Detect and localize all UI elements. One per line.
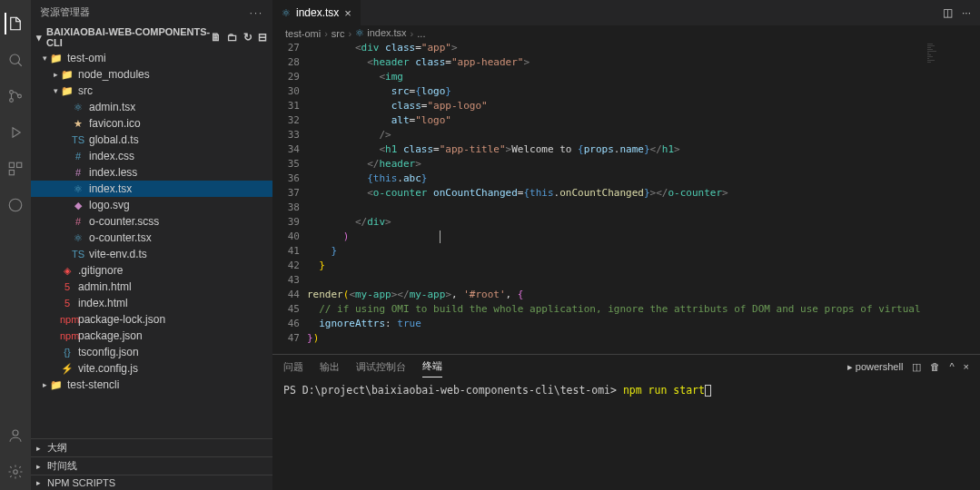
file-o-counter.scss[interactable]: #o-counter.scss <box>31 213 272 230</box>
settings-gear-icon[interactable] <box>5 461 26 483</box>
folder-src[interactable]: ▾📁src <box>31 83 272 99</box>
file-index.tsx[interactable]: ⚛index.tsx <box>31 181 272 197</box>
account-icon[interactable] <box>5 425 26 446</box>
more-tabs-icon[interactable]: ··· <box>962 6 971 19</box>
remote-icon[interactable] <box>5 194 26 216</box>
tree-item-label: package-lock.json <box>78 313 165 326</box>
explorer-icon[interactable] <box>5 13 26 34</box>
tree-item-label: vite-env.d.ts <box>89 248 147 260</box>
svg-rect-5 <box>17 162 22 167</box>
breadcrumb-3[interactable]: ... <box>417 28 425 39</box>
split-editor-icon[interactable]: ◫ <box>943 6 953 19</box>
search-icon[interactable] <box>5 49 26 71</box>
bottom-panel: 问题输出调试控制台终端 ▸ powershell ◫ 🗑 ^ × PS D:\p… <box>272 354 980 490</box>
section-NPM SCRIPTS[interactable]: ▸NPM SCRIPTS <box>31 475 272 490</box>
svg-point-1 <box>10 91 14 94</box>
terminal[interactable]: PS D:\project\baixiaobai-web-components-… <box>272 378 980 490</box>
file-icon: ◈ <box>60 265 74 277</box>
folder-icon: 📁 <box>60 69 74 81</box>
file-logo.svg[interactable]: ◆logo.svg <box>31 197 272 213</box>
folder-node_modules[interactable]: ▸📁node_modules <box>31 66 272 83</box>
panel-tabs: 问题输出调试控制台终端 ▸ powershell ◫ 🗑 ^ × <box>272 355 980 378</box>
new-file-icon[interactable]: 🗎 <box>211 31 222 44</box>
svg-rect-6 <box>9 171 14 175</box>
sidebar-title: 资源管理器 ··· <box>31 0 272 24</box>
file-admin.tsx[interactable]: ⚛admin.tsx <box>31 99 272 115</box>
terminal-prompt: PS D:\project\baixiaobai-web-components-… <box>283 384 617 397</box>
maximize-panel-icon[interactable]: ^ <box>949 361 954 372</box>
breadcrumb[interactable]: test-omi›src›⚛ index.tsx›... <box>272 25 980 41</box>
tree-item-label: index.css <box>89 150 134 162</box>
svg-point-9 <box>14 470 18 475</box>
svg-point-0 <box>10 54 20 64</box>
close-tab-icon[interactable]: × <box>344 6 351 20</box>
kill-terminal-icon[interactable]: 🗑 <box>930 361 940 372</box>
file-icon: 5 <box>60 298 74 309</box>
extensions-icon[interactable] <box>5 158 26 180</box>
tree-item-label: vite.config.js <box>78 362 138 375</box>
svg-rect-4 <box>9 162 14 167</box>
file-icon: ◆ <box>71 200 85 211</box>
file-icon: ⚡ <box>60 363 74 375</box>
activity-bar <box>0 0 31 490</box>
collapse-icon[interactable]: ⊟ <box>258 31 267 44</box>
tree-item-label: node_modules <box>78 68 150 81</box>
line-gutter: 27 28 29 30 31 32 33 34 35 36 37 38 39 4… <box>272 41 307 354</box>
panel-tab-3[interactable]: 终端 <box>422 356 442 377</box>
sidebar-more-icon[interactable]: ··· <box>250 7 263 18</box>
folder-test-stencli[interactable]: ▸📁test-stencli <box>31 377 272 393</box>
editor-area: ⚛ index.tsx × ◫ ··· test-omi›src›⚛ index… <box>272 0 980 490</box>
folder-icon: 📁 <box>49 53 64 64</box>
split-terminal-icon[interactable]: ◫ <box>912 361 921 373</box>
project-header[interactable]: ▾ BAIXIAOBAI-WEB-COMPONENTS-CLI 🗎 🗀 ↻ ⊟ <box>31 24 272 50</box>
tree-item-label: logo.svg <box>89 199 130 211</box>
tree-item-label: favicon.ico <box>89 117 141 130</box>
file-o-counter.tsx[interactable]: ⚛o-counter.tsx <box>31 230 272 246</box>
panel-tab-0[interactable]: 问题 <box>283 357 303 377</box>
minimap[interactable]: ▬▬▬▬▬▬▬▬▬▬▬▬▬▬▬▬▬▬▬▬▬▬▬▬▬▬▬▬▬▬ <box>926 41 980 354</box>
breadcrumb-1[interactable]: src <box>332 28 345 39</box>
panel-tab-1[interactable]: 输出 <box>320 357 340 377</box>
file-index.css[interactable]: #index.css <box>31 148 272 164</box>
file-icon: TS <box>71 249 85 260</box>
file-icon: # <box>71 151 85 162</box>
code-content[interactable]: <div class="app"> <header class="app-hea… <box>307 41 926 354</box>
file-icon: ⚛ <box>71 102 85 113</box>
code-editor[interactable]: 27 28 29 30 31 32 33 34 35 36 37 38 39 4… <box>272 41 980 354</box>
refresh-icon[interactable]: ↻ <box>243 31 252 44</box>
new-folder-icon[interactable]: 🗀 <box>227 31 238 44</box>
file-icon: ⚛ <box>71 183 85 195</box>
file-global.d.ts[interactable]: TSglobal.d.ts <box>31 132 272 148</box>
folder-icon: 📁 <box>60 85 74 97</box>
file-icon: npm <box>60 314 74 325</box>
file-favicon.ico[interactable]: ★favicon.ico <box>31 115 272 132</box>
file-icon: 5 <box>60 281 74 292</box>
tree-item-label: test-omi <box>67 52 106 64</box>
terminal-cursor <box>705 385 711 397</box>
section-大纲[interactable]: ▸大纲 <box>31 438 272 456</box>
panel-tab-2[interactable]: 调试控制台 <box>356 357 406 377</box>
tree-item-label: tsconfig.json <box>78 346 139 358</box>
tab-index-tsx[interactable]: ⚛ index.tsx × <box>272 0 361 25</box>
file-icon: # <box>71 167 85 178</box>
folder-test-omi[interactable]: ▾📁test-omi <box>31 50 272 66</box>
file-index.less[interactable]: #index.less <box>31 164 272 181</box>
section-时间线[interactable]: ▸时间线 <box>31 456 272 475</box>
breadcrumb-0[interactable]: test-omi <box>285 28 321 39</box>
file-vite.config.js[interactable]: ⚡vite.config.js <box>31 360 272 377</box>
tree-item-label: index.less <box>89 166 137 179</box>
tree-item-label: test-stencli <box>67 378 119 391</box>
file-admin.html[interactable]: 5admin.html <box>31 279 272 295</box>
tree-item-label: admin.tsx <box>89 101 135 113</box>
source-control-icon[interactable] <box>5 85 26 107</box>
file-index.html[interactable]: 5index.html <box>31 295 272 311</box>
shell-selector[interactable]: ▸ powershell <box>847 361 904 373</box>
file-.gitignore[interactable]: ◈.gitignore <box>31 262 272 279</box>
file-package.json[interactable]: npmpackage.json <box>31 328 272 344</box>
file-package-lock.json[interactable]: npmpackage-lock.json <box>31 311 272 328</box>
file-vite-env.d.ts[interactable]: TSvite-env.d.ts <box>31 246 272 262</box>
file-tsconfig.json[interactable]: {}tsconfig.json <box>31 344 272 360</box>
close-panel-icon[interactable]: × <box>964 361 969 372</box>
run-debug-icon[interactable] <box>5 122 26 143</box>
breadcrumb-2[interactable]: ⚛ index.tsx <box>355 27 406 39</box>
